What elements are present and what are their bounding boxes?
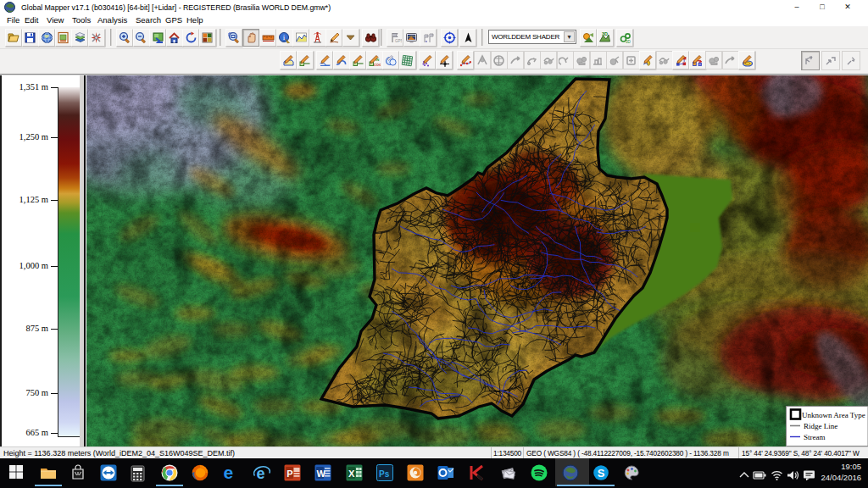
svg-text:Unknown Area Type: Unknown Area Type [802,411,865,419]
svg-text:X: X [348,469,355,479]
svg-text:GPS: GPS [395,38,402,42]
svg-text:W: W [317,469,326,479]
svg-text:S: S [598,467,605,480]
svg-text:COGO: COGO [374,62,381,66]
svg-text:3D: 3D [626,39,632,43]
svg-text:Ridge Line: Ridge Line [804,422,837,430]
svg-text:Stream: Stream [804,433,826,441]
svg-text:3D: 3D [602,31,608,36]
svg-text:Ps: Ps [379,469,390,479]
svg-text:e: e [224,464,234,481]
svg-text:P: P [287,469,292,479]
